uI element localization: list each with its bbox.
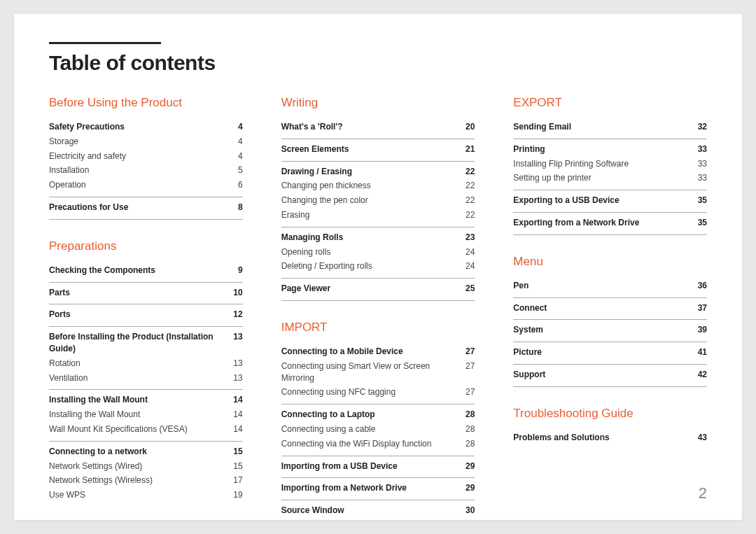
toc-group: Connect37 bbox=[513, 298, 707, 321]
toc-entry[interactable]: Source Window30 bbox=[281, 503, 475, 518]
toc-entry-label: Importing from a Network Drive bbox=[281, 482, 465, 494]
toc-entry[interactable]: Connecting to a Laptop28 bbox=[281, 407, 475, 422]
toc-entry[interactable]: Connecting to a network15 bbox=[49, 444, 243, 459]
toc-entry-page: 28 bbox=[465, 409, 475, 421]
toc-entry[interactable]: Installing Flip Printing Software33 bbox=[513, 157, 707, 171]
toc-entry[interactable]: Changing the pen color22 bbox=[281, 193, 475, 208]
toc-entry-label: Source Window bbox=[281, 505, 465, 517]
toc-entry-page: 33 bbox=[698, 158, 707, 170]
toc-group: Support42 bbox=[513, 365, 707, 387]
toc-entry[interactable]: Picture41 bbox=[513, 345, 707, 360]
toc-entry[interactable]: Connecting using a cable28 bbox=[281, 422, 475, 437]
toc-entry[interactable]: Sending Email32 bbox=[513, 120, 707, 134]
toc-entry-page: 22 bbox=[465, 166, 475, 178]
toc-entry[interactable]: Use WPS19 bbox=[49, 488, 243, 503]
toc-entry[interactable]: Network Settings (Wired)15 bbox=[49, 459, 243, 474]
toc-entry-page: 13 bbox=[233, 331, 242, 343]
toc-entry[interactable]: Printing33 bbox=[513, 142, 707, 157]
toc-entry[interactable]: Electricity and safety4 bbox=[49, 149, 243, 164]
toc-entry[interactable]: Ports12 bbox=[49, 307, 243, 322]
toc-group: Source Window30 bbox=[281, 500, 475, 522]
toc-entry[interactable]: Storage4 bbox=[49, 134, 243, 149]
section-heading[interactable]: EXPORT bbox=[513, 96, 707, 110]
toc-entry-label: Connecting using NFC tagging bbox=[281, 386, 465, 398]
toc-entry[interactable]: Managing Rolls23 bbox=[281, 230, 475, 245]
toc-entry[interactable]: Installation5 bbox=[49, 163, 243, 178]
toc-entry[interactable]: Wall Mount Kit Specifications (VESA)14 bbox=[49, 422, 243, 437]
toc-entry-label: Rotation bbox=[49, 358, 233, 370]
toc-entry-page: 27 bbox=[465, 346, 475, 358]
toc-entry-label: Erasing bbox=[281, 209, 465, 221]
toc-entry[interactable]: Parts10 bbox=[49, 286, 243, 300]
toc-entry-label: Electricity and safety bbox=[49, 150, 238, 162]
toc-entry[interactable]: Connecting to a Mobile Device27 bbox=[281, 344, 475, 359]
toc-entry[interactable]: Pen36 bbox=[513, 279, 707, 293]
toc-entry[interactable]: Connecting via the WiFi Display function… bbox=[281, 437, 475, 451]
toc-entry[interactable]: Changing pen thickness22 bbox=[281, 178, 475, 193]
toc-section: WritingWhat's a 'Roll'?20Screen Elements… bbox=[281, 96, 475, 301]
toc-entry[interactable]: Connecting using Smart View or Screen Mi… bbox=[281, 359, 475, 386]
section-heading[interactable]: Before Using the Product bbox=[49, 96, 243, 110]
toc-entry[interactable]: Drawing / Erasing22 bbox=[281, 164, 475, 179]
toc-entry-label: Connect bbox=[513, 302, 697, 314]
toc-entry[interactable]: Opening rolls24 bbox=[281, 245, 475, 260]
toc-entry[interactable]: Checking the Components9 bbox=[49, 263, 243, 278]
toc-entry-page: 14 bbox=[233, 394, 242, 406]
toc-entry[interactable]: Setting up the printer33 bbox=[513, 171, 707, 185]
toc-entry-page: 33 bbox=[698, 172, 707, 184]
toc-group: Safety Precautions4Storage4Electricity a… bbox=[49, 117, 243, 197]
toc-entry[interactable]: Installing the Wall Mount14 bbox=[49, 393, 243, 407]
section-heading[interactable]: Troubleshooting Guide bbox=[513, 407, 707, 421]
section-heading[interactable]: Preparations bbox=[49, 239, 243, 253]
toc-entry[interactable]: Rotation13 bbox=[49, 356, 243, 371]
toc-entry-label: Exporting from a Network Drive bbox=[513, 217, 697, 229]
toc-entry[interactable]: Ventilation13 bbox=[49, 371, 243, 386]
toc-entry[interactable]: Erasing22 bbox=[281, 208, 475, 223]
toc-entry[interactable]: Deleting / Exporting rolls24 bbox=[281, 259, 475, 274]
toc-group: Problems and Solutions43 bbox=[513, 428, 707, 449]
toc-entry[interactable]: Network Settings (Wireless)17 bbox=[49, 473, 243, 488]
toc-entry-page: 27 bbox=[465, 360, 475, 372]
toc-entry[interactable]: Safety Precautions4 bbox=[49, 120, 243, 134]
toc-entry-page: 14 bbox=[233, 409, 242, 421]
toc-column: EXPORTSending Email32Printing33Installin… bbox=[513, 96, 707, 534]
toc-entry-label: Operation bbox=[49, 179, 238, 191]
toc-entry-label: Connecting via the WiFi Display function bbox=[281, 438, 465, 450]
toc-entry[interactable]: Operation6 bbox=[49, 178, 243, 192]
toc-entry[interactable]: Exporting from a Network Drive35 bbox=[513, 216, 707, 230]
toc-entry[interactable]: Before Installing the Product (Installat… bbox=[49, 330, 243, 356]
toc-section: IMPORTConnecting to a Mobile Device27Con… bbox=[281, 321, 475, 522]
toc-entry-label: Page Viewer bbox=[281, 283, 465, 295]
toc-entry[interactable]: Problems and Solutions43 bbox=[513, 430, 707, 445]
toc-entry-label: Importing from a USB Device bbox=[281, 461, 465, 472]
toc-group: Sending Email32 bbox=[513, 117, 707, 139]
page-number: 2 bbox=[699, 484, 707, 503]
toc-entry-page: 12 bbox=[233, 309, 242, 321]
toc-entry-label: Picture bbox=[513, 346, 697, 358]
toc-entry-page: 28 bbox=[465, 423, 475, 435]
toc-entry[interactable]: Precautions for Use8 bbox=[49, 200, 243, 215]
toc-entry[interactable]: What's a 'Roll'?20 bbox=[281, 120, 475, 134]
toc-entry-label: Opening rolls bbox=[281, 246, 465, 258]
toc-entry[interactable]: Importing from a USB Device29 bbox=[281, 459, 475, 474]
toc-entry-label: Drawing / Erasing bbox=[281, 166, 465, 178]
toc-entry[interactable]: Connecting using NFC tagging27 bbox=[281, 385, 475, 400]
section-heading[interactable]: Menu bbox=[513, 255, 707, 269]
toc-entry[interactable]: Importing from a Network Drive29 bbox=[281, 481, 475, 496]
toc-entry-label: Precautions for Use bbox=[49, 202, 238, 213]
section-heading[interactable]: Writing bbox=[281, 96, 475, 110]
toc-entry[interactable]: Support42 bbox=[513, 367, 707, 382]
section-heading[interactable]: IMPORT bbox=[281, 321, 475, 335]
toc-entry[interactable]: Installing the Wall Mount14 bbox=[49, 407, 243, 422]
toc-entry[interactable]: Page Viewer25 bbox=[281, 281, 475, 296]
toc-entry[interactable]: Connect37 bbox=[513, 301, 707, 316]
toc-entry[interactable]: System39 bbox=[513, 323, 707, 337]
toc-group: Connecting to a network15Network Setting… bbox=[49, 442, 243, 507]
toc-entry[interactable]: Screen Elements21 bbox=[281, 142, 475, 157]
toc-entry-label: Installing Flip Printing Software bbox=[513, 158, 697, 170]
toc-entry[interactable]: Exporting to a USB Device35 bbox=[513, 193, 707, 208]
toc-entry-label: Parts bbox=[49, 287, 233, 299]
toc-entry-page: 14 bbox=[233, 423, 242, 435]
toc-group: Screen Elements21 bbox=[281, 139, 475, 162]
toc-entry-page: 10 bbox=[233, 287, 242, 299]
